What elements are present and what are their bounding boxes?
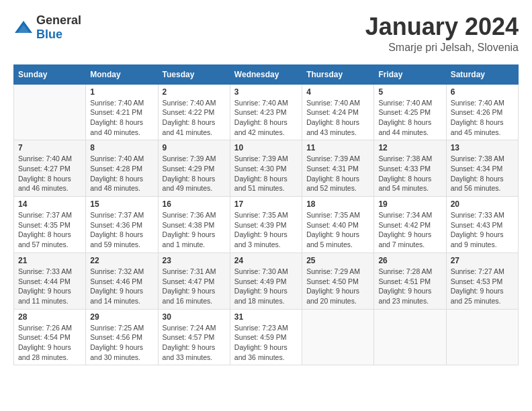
day-info: Sunrise: 7:33 AM Sunset: 4:44 PM Dayligh… (18, 267, 81, 306)
day-info: Sunrise: 7:39 AM Sunset: 4:30 PM Dayligh… (234, 154, 298, 193)
day-number: 5 (378, 87, 441, 97)
calendar-cell: 5Sunrise: 7:40 AM Sunset: 4:25 PM Daylig… (374, 84, 446, 140)
day-number: 29 (90, 312, 153, 322)
day-number: 27 (451, 256, 514, 265)
day-number: 8 (90, 143, 153, 152)
calendar-cell: 2Sunrise: 7:40 AM Sunset: 4:22 PM Daylig… (158, 84, 230, 140)
calendar-cell: 20Sunrise: 7:33 AM Sunset: 4:43 PM Dayli… (446, 197, 518, 253)
calendar-cell (446, 309, 518, 365)
day-info: Sunrise: 7:37 AM Sunset: 4:35 PM Dayligh… (18, 210, 81, 250)
calendar-cell (374, 309, 446, 365)
month-title: January 2024 (365, 13, 519, 40)
day-info: Sunrise: 7:37 AM Sunset: 4:36 PM Dayligh… (90, 210, 153, 250)
day-number: 23 (163, 256, 226, 265)
calendar-cell: 28Sunrise: 7:26 AM Sunset: 4:54 PM Dayli… (14, 309, 86, 365)
calendar-week-row: 28Sunrise: 7:26 AM Sunset: 4:54 PM Dayli… (14, 309, 519, 365)
day-info: Sunrise: 7:38 AM Sunset: 4:33 PM Dayligh… (378, 154, 441, 193)
day-number: 9 (163, 143, 226, 152)
day-number: 7 (18, 143, 81, 152)
calendar-cell: 18Sunrise: 7:35 AM Sunset: 4:40 PM Dayli… (302, 197, 374, 253)
day-info: Sunrise: 7:29 AM Sunset: 4:50 PM Dayligh… (306, 267, 369, 306)
day-number: 2 (163, 87, 226, 97)
logo-icon (13, 19, 34, 36)
day-info: Sunrise: 7:26 AM Sunset: 4:54 PM Dayligh… (18, 323, 81, 363)
day-number: 31 (234, 312, 298, 322)
calendar-cell: 25Sunrise: 7:29 AM Sunset: 4:50 PM Dayli… (302, 253, 374, 309)
day-info: Sunrise: 7:39 AM Sunset: 4:29 PM Dayligh… (163, 154, 226, 193)
day-info: Sunrise: 7:33 AM Sunset: 4:43 PM Dayligh… (451, 210, 514, 250)
logo-general: General (36, 13, 81, 27)
day-number: 28 (18, 312, 81, 322)
day-info: Sunrise: 7:40 AM Sunset: 4:26 PM Dayligh… (451, 98, 514, 138)
day-number: 21 (18, 256, 81, 265)
calendar-cell: 4Sunrise: 7:40 AM Sunset: 4:24 PM Daylig… (302, 84, 374, 140)
calendar-cell: 7Sunrise: 7:40 AM Sunset: 4:27 PM Daylig… (14, 140, 86, 197)
calendar-cell: 23Sunrise: 7:31 AM Sunset: 4:47 PM Dayli… (158, 253, 230, 309)
calendar-header-row: SundayMondayTuesdayWednesdayThursdayFrid… (14, 64, 519, 84)
day-number: 19 (378, 199, 441, 209)
logo-blue: Blue (36, 28, 62, 41)
calendar-cell: 14Sunrise: 7:37 AM Sunset: 4:35 PM Dayli… (14, 197, 86, 253)
location-subtitle: Smarje pri Jelsah, Slovenia (365, 42, 519, 54)
calendar-week-row: 14Sunrise: 7:37 AM Sunset: 4:35 PM Dayli… (14, 197, 519, 253)
calendar-cell: 24Sunrise: 7:30 AM Sunset: 4:49 PM Dayli… (230, 253, 302, 309)
calendar-cell: 19Sunrise: 7:34 AM Sunset: 4:42 PM Dayli… (374, 197, 446, 253)
calendar-cell: 22Sunrise: 7:32 AM Sunset: 4:46 PM Dayli… (86, 253, 158, 309)
header-day-sunday: Sunday (14, 64, 86, 84)
header-day-thursday: Thursday (302, 64, 374, 84)
calendar-cell: 8Sunrise: 7:40 AM Sunset: 4:28 PM Daylig… (86, 140, 158, 197)
day-number: 30 (163, 312, 226, 322)
logo: General Blue (13, 13, 81, 42)
day-number: 22 (90, 256, 153, 265)
calendar-cell (14, 84, 86, 140)
calendar-week-row: 7Sunrise: 7:40 AM Sunset: 4:27 PM Daylig… (14, 140, 519, 197)
day-info: Sunrise: 7:23 AM Sunset: 4:59 PM Dayligh… (234, 323, 298, 363)
calendar-cell: 11Sunrise: 7:39 AM Sunset: 4:31 PM Dayli… (302, 140, 374, 197)
calendar-cell: 6Sunrise: 7:40 AM Sunset: 4:26 PM Daylig… (446, 84, 518, 140)
logo-wordmark: General Blue (36, 13, 81, 42)
day-info: Sunrise: 7:30 AM Sunset: 4:49 PM Dayligh… (234, 267, 298, 306)
calendar-cell: 31Sunrise: 7:23 AM Sunset: 4:59 PM Dayli… (230, 309, 302, 365)
day-number: 12 (378, 143, 441, 152)
day-info: Sunrise: 7:40 AM Sunset: 4:24 PM Dayligh… (306, 98, 369, 138)
calendar-cell (302, 309, 374, 365)
day-info: Sunrise: 7:38 AM Sunset: 4:34 PM Dayligh… (451, 154, 514, 193)
day-info: Sunrise: 7:39 AM Sunset: 4:31 PM Dayligh… (306, 154, 369, 193)
calendar-cell: 9Sunrise: 7:39 AM Sunset: 4:29 PM Daylig… (158, 140, 230, 197)
calendar-cell: 16Sunrise: 7:36 AM Sunset: 4:38 PM Dayli… (158, 197, 230, 253)
header-day-friday: Friday (374, 64, 446, 84)
day-number: 4 (306, 87, 369, 97)
day-number: 6 (451, 87, 514, 97)
day-info: Sunrise: 7:24 AM Sunset: 4:57 PM Dayligh… (163, 323, 226, 363)
title-section: January 2024 Smarje pri Jelsah, Slovenia (365, 13, 519, 54)
calendar-cell: 26Sunrise: 7:28 AM Sunset: 4:51 PM Dayli… (374, 253, 446, 309)
calendar-cell: 30Sunrise: 7:24 AM Sunset: 4:57 PM Dayli… (158, 309, 230, 365)
day-number: 18 (306, 199, 369, 209)
day-number: 3 (234, 87, 298, 97)
calendar-cell: 17Sunrise: 7:35 AM Sunset: 4:39 PM Dayli… (230, 197, 302, 253)
day-number: 25 (306, 256, 369, 265)
calendar-cell: 12Sunrise: 7:38 AM Sunset: 4:33 PM Dayli… (374, 140, 446, 197)
day-info: Sunrise: 7:40 AM Sunset: 4:23 PM Dayligh… (234, 98, 298, 138)
day-number: 24 (234, 256, 298, 265)
day-info: Sunrise: 7:36 AM Sunset: 4:38 PM Dayligh… (163, 210, 226, 250)
day-number: 14 (18, 199, 81, 209)
day-number: 10 (234, 143, 298, 152)
day-info: Sunrise: 7:27 AM Sunset: 4:53 PM Dayligh… (451, 267, 514, 306)
calendar-cell: 13Sunrise: 7:38 AM Sunset: 4:34 PM Dayli… (446, 140, 518, 197)
calendar-cell: 29Sunrise: 7:25 AM Sunset: 4:56 PM Dayli… (86, 309, 158, 365)
day-number: 16 (163, 199, 226, 209)
day-number: 17 (234, 199, 298, 209)
calendar-table: SundayMondayTuesdayWednesdayThursdayFrid… (13, 64, 519, 366)
calendar-cell: 3Sunrise: 7:40 AM Sunset: 4:23 PM Daylig… (230, 84, 302, 140)
calendar-cell: 10Sunrise: 7:39 AM Sunset: 4:30 PM Dayli… (230, 140, 302, 197)
header-day-saturday: Saturday (446, 64, 518, 84)
day-number: 11 (306, 143, 369, 152)
header-day-monday: Monday (86, 64, 158, 84)
day-number: 26 (378, 256, 441, 265)
calendar-cell: 27Sunrise: 7:27 AM Sunset: 4:53 PM Dayli… (446, 253, 518, 309)
day-info: Sunrise: 7:40 AM Sunset: 4:28 PM Dayligh… (90, 154, 153, 193)
header-day-tuesday: Tuesday (158, 64, 230, 84)
day-info: Sunrise: 7:35 AM Sunset: 4:39 PM Dayligh… (234, 210, 298, 250)
calendar-week-row: 21Sunrise: 7:33 AM Sunset: 4:44 PM Dayli… (14, 253, 519, 309)
